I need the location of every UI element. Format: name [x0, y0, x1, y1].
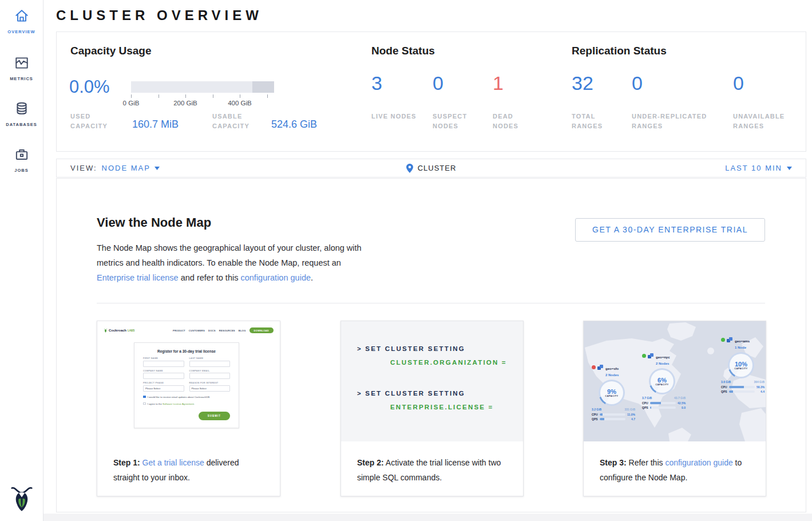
preview-checkbox-label: I agree to the Software License Agreemen… [148, 402, 195, 405]
step1-label: Step 1: [113, 458, 140, 467]
node-map-panel: View the Node Map The Node Map shows the… [56, 178, 806, 512]
node-map-description: The Node Map shows the geographical layo… [97, 240, 370, 285]
preview-field-input [143, 361, 184, 367]
get-trial-license-link[interactable]: Get a trial license [142, 458, 204, 467]
capacity-ring: 9% CAPACITY [599, 380, 625, 406]
time-range-value: LAST 10 MIN [725, 164, 782, 172]
step3-label: Step 3: [600, 458, 627, 467]
view-label: VIEW: [70, 164, 97, 172]
sidebar-item-jobs[interactable]: JOBS [0, 147, 43, 173]
region-node-count: 1 Node [735, 346, 746, 349]
description-text: . [311, 273, 313, 282]
preview-license-agreement-link: Software License Agreement. [163, 402, 195, 405]
sql-command-line: > SET CLUSTER SETTING [357, 390, 465, 397]
view-bar: VIEW: NODE MAP CLUSTER LAST 10 MIN [56, 159, 806, 177]
region-capacity-percent: 10% [735, 361, 747, 368]
node-status-error-icon [592, 365, 596, 369]
preview-brand-suffix: LABS [128, 329, 134, 332]
sql-setting-line: CLUSTER.ORGANIZATION = [390, 359, 507, 366]
preview-field-label: FIRST NAME [143, 357, 184, 360]
node-status-ok-icon [721, 338, 725, 342]
region-total-capacity: 331 GiB [624, 408, 635, 411]
preview-site-header: Cockroach LABS PRODUCT CUSTOMERS DOCS RE… [104, 326, 274, 335]
suspect-nodes-value: 0 [433, 72, 443, 94]
breadcrumb[interactable]: CLUSTER [406, 164, 457, 173]
step3-preview-image: geo=sfo 2 Nodes 9% CAPACITY 3.2 GiB 331 … [584, 321, 766, 441]
preview-form-title: Register for a 30-day trial license [134, 349, 239, 353]
qps-label: QPS [721, 390, 727, 393]
under-replicated-ranges-value: 0 [632, 72, 643, 94]
qps-bar [729, 390, 755, 393]
region-used-capacity: 3.6 GiB [721, 380, 731, 384]
usable-capacity-value: 524.6 GiB [271, 119, 317, 131]
map-node-ams: geo=ams 1 Node 10% CAPACITY 3.6 GiB 364 … [721, 337, 766, 393]
qps-label: QPS [592, 417, 598, 421]
cpu-label: CPU [642, 401, 648, 405]
preview-nav-item: PRODUCT [173, 329, 185, 332]
description-text: and refer to this [179, 273, 241, 282]
total-ranges-value: 32 [572, 72, 593, 94]
step2-label: Step 2: [357, 458, 384, 467]
sidebar-item-overview[interactable]: OVERVIEW [0, 8, 43, 34]
checkbox-unchecked-icon [143, 402, 146, 405]
sidebar-item-label: JOBS [0, 168, 43, 173]
map-node-nyc: geo=nyc 2 Nodes 6% CAPACITY 3.7 GiB 43.7… [642, 353, 690, 409]
sidebar-item-databases[interactable]: DATABASES [0, 101, 43, 127]
capacity-gauge-reserved-segment [252, 81, 274, 93]
preview-checkbox-row: I agree to the Software License Agreemen… [143, 402, 230, 405]
description-text: The Node Map shows the geographical layo… [97, 243, 362, 267]
region-total-capacity: 364 GiB [754, 380, 765, 384]
chevron-down-icon [155, 167, 160, 170]
cpu-value: 58.3% [756, 385, 765, 389]
cpu-bar [729, 386, 755, 388]
gauge-tick-label: 400 GiB [228, 100, 252, 106]
used-capacity-value: 160.7 MiB [132, 119, 179, 131]
preview-checkbox-row: I would like to receive email updates ab… [143, 396, 230, 398]
configuration-guide-link[interactable]: configuration guide [240, 273, 311, 282]
location-pin-icon [406, 164, 413, 173]
sidebar-item-metrics[interactable]: METRICS [0, 55, 43, 81]
preview-field-select: Please Select [143, 385, 184, 392]
step3-caption: Step 3: Refer this configuration guide t… [584, 441, 766, 496]
preview-field-select: Please Select [189, 385, 231, 392]
cpu-bar [650, 402, 676, 404]
cpu-label: CPU [592, 413, 598, 416]
node-cubes-icon [727, 337, 733, 344]
preview-field-input [189, 361, 231, 367]
view-selector-group: VIEW: NODE MAP [70, 164, 160, 172]
page-background-strip [0, 514, 812, 521]
node-cubes-icon [648, 353, 654, 360]
step1-preview-image: Cockroach LABS PRODUCT CUSTOMERS DOCS RE… [97, 321, 280, 441]
step2-caption: Step 2: Activate the trial license with … [341, 441, 523, 496]
node-map-heading: View the Node Map [97, 215, 211, 230]
step2-preview-image: > SET CLUSTER SETTING CLUSTER.ORGANIZATI… [341, 321, 523, 441]
step3-text: Refer this [627, 458, 666, 467]
region-capacity-label: CAPACITY [734, 368, 747, 370]
preview-download-button: DOWNLOAD [249, 327, 274, 333]
preview-brand-name: Cockroach [109, 329, 126, 332]
sidebar-item-label: METRICS [0, 76, 43, 81]
live-nodes-value: 3 [371, 72, 382, 94]
database-icon [0, 101, 43, 119]
gauge-tick-label: 0 GiB [123, 100, 140, 106]
time-range-dropdown[interactable]: LAST 10 MIN [725, 164, 792, 172]
configuration-guide-link[interactable]: configuration guide [665, 458, 732, 467]
preview-field-label: PROJECT PHASE [143, 382, 184, 384]
under-replicated-ranges-label: UNDER-REPLICATED RANGES [632, 112, 726, 131]
sidebar-item-label: OVERVIEW [0, 29, 43, 34]
sql-setting-line: ENTERPRISE.LICENSE = [390, 404, 493, 411]
cockroach-mini-logo-icon [104, 328, 108, 333]
enterprise-trial-license-link[interactable]: Enterprise trial license [97, 273, 179, 282]
step1-card: Cockroach LABS PRODUCT CUSTOMERS DOCS RE… [97, 321, 280, 496]
region-name: geo=ams [735, 340, 750, 343]
cluster-summary-panel: Capacity Usage 0.0% 0 GiB 200 GiB 400 Gi… [56, 31, 806, 152]
preview-brand: Cockroach LABS [104, 328, 134, 333]
sidebar: OVERVIEW METRICS DATABASES JOBS [0, 0, 43, 521]
cpu-bar [600, 413, 625, 416]
view-dropdown[interactable]: NODE MAP [102, 164, 160, 172]
sidebar-item-label: DATABASES [0, 122, 43, 127]
region-capacity-percent: 9% [607, 388, 616, 395]
enterprise-trial-button[interactable]: GET A 30-DAY ENTERPRISE TRIAL [575, 218, 765, 242]
qps-value: 4.7 [627, 417, 635, 421]
preview-nav-item: BLOG [239, 329, 246, 332]
